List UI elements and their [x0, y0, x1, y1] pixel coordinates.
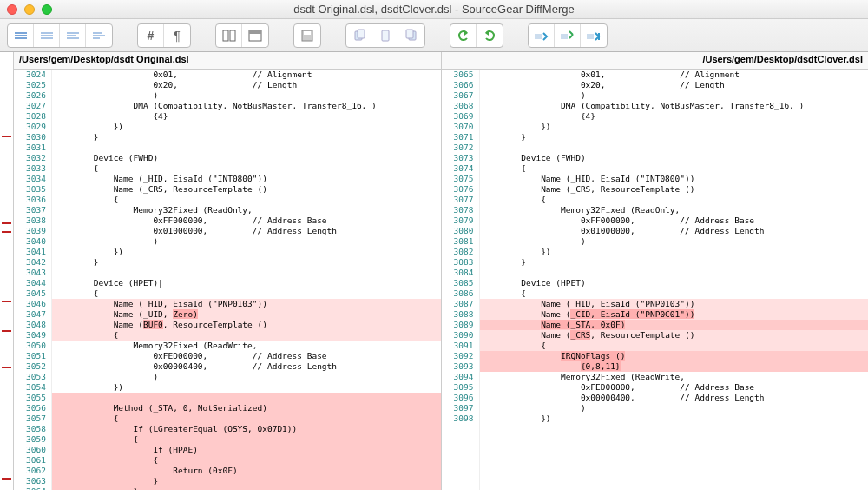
overview-mark[interactable]	[2, 222, 11, 224]
code-line[interactable]: IRQNoFlags ()	[480, 351, 869, 361]
code-line[interactable]: Name (_HID, EisaId ("INT0800"))	[52, 174, 441, 184]
code-line[interactable]: )	[52, 372, 441, 382]
code-line[interactable]: }	[480, 132, 869, 142]
save-button[interactable]	[294, 24, 320, 47]
code-line[interactable]: 0xFED00000, // Address Base	[52, 351, 441, 361]
code-line[interactable]: )	[52, 90, 441, 101]
code-line[interactable]: }	[52, 132, 441, 142]
code-line[interactable]: }	[52, 257, 441, 268]
code-line[interactable]: {	[52, 163, 441, 174]
code-line[interactable]: Name (_HID, EisaId ("INT0800"))	[480, 174, 869, 184]
code-line[interactable]: {	[480, 341, 869, 351]
code-line[interactable]	[52, 393, 441, 403]
code-line[interactable]: {	[480, 195, 869, 205]
code-line[interactable]: 0xFED00000, // Address Base	[480, 382, 869, 393]
code-line[interactable]: {	[52, 455, 441, 466]
code-line[interactable]: })	[480, 122, 869, 132]
code-line[interactable]: })	[480, 414, 869, 424]
code-line[interactable]: Memory32Fixed (ReadOnly,	[480, 205, 869, 215]
code-line[interactable]: Memory32Fixed (ReadWrite,	[480, 372, 869, 382]
code-line[interactable]: )	[480, 236, 869, 247]
code-line[interactable]: {4}	[52, 111, 441, 122]
code-line[interactable]: 0x01000000, // Address Length	[480, 226, 869, 236]
overview-mark[interactable]	[2, 330, 11, 332]
view-mode-1-button[interactable]	[8, 24, 34, 47]
code-line[interactable]: Name (_HID, EisaId ("PNP0103"))	[52, 299, 441, 309]
code-line[interactable]: 0x01000000, // Address Length	[52, 226, 441, 236]
code-line[interactable]: }	[52, 487, 441, 490]
code-line[interactable]: })	[52, 382, 441, 393]
code-line[interactable]: Device (HPET)|	[52, 278, 441, 288]
code-line[interactable]: }	[480, 257, 869, 268]
code-line[interactable]: }	[52, 476, 441, 487]
split-vertical-button[interactable]	[216, 24, 242, 47]
code-line[interactable]	[480, 142, 869, 153]
code-line[interactable]: DMA (Compatibility, NotBusMaster, Transf…	[480, 101, 869, 111]
code-line[interactable]: Device (FWHD)	[480, 153, 869, 163]
code-line[interactable]: Name (_CRS, ResourceTemplate ()	[480, 330, 869, 341]
code-line[interactable]	[52, 142, 441, 153]
overview-mark[interactable]	[2, 367, 11, 368]
view-mode-3-button[interactable]	[60, 24, 86, 47]
code-line[interactable]: {	[480, 288, 869, 299]
code-line[interactable]: Device (HPET)	[480, 278, 869, 288]
code-line[interactable]: 0xFF000000, // Address Base	[52, 215, 441, 226]
right-pane[interactable]: 3065306630673068306930703071307230733074…	[442, 70, 869, 490]
code-line[interactable]: Name (_UID, Zero)	[52, 309, 441, 320]
code-line[interactable]: })	[52, 247, 441, 257]
code-line[interactable]: 0x01, // Alignment	[480, 70, 869, 80]
pilcrow-button[interactable]: ¶	[164, 24, 190, 47]
code-line[interactable]: Name (_CRS, ResourceTemplate ()	[480, 184, 869, 195]
code-line[interactable]: Name (_CID, EisaId ("PNP0C01"))	[480, 309, 869, 320]
code-line[interactable]: {	[52, 288, 441, 299]
overview-mark[interactable]	[2, 231, 11, 233]
code-line[interactable]: })	[480, 247, 869, 257]
overview-mark[interactable]	[2, 136, 11, 137]
code-line[interactable]: If (LGreaterEqual (OSYS, 0x07D1))	[52, 424, 441, 434]
last-diff-button[interactable]	[581, 24, 607, 47]
prev-diff-button[interactable]	[529, 24, 555, 47]
copy-right-button[interactable]	[398, 24, 424, 47]
copy-left-button[interactable]	[346, 24, 372, 47]
code-line[interactable]: )	[480, 90, 869, 101]
code-line[interactable]: {	[52, 195, 441, 205]
code-line[interactable]: Name (_STA, 0x0F)	[480, 320, 869, 330]
code-line[interactable]: DMA (Compatibility, NotBusMaster, Transf…	[52, 101, 441, 111]
code-line[interactable]: 0xFF000000, // Address Base	[480, 215, 869, 226]
undo-button[interactable]	[450, 24, 477, 47]
overview-strip[interactable]	[0, 52, 14, 490]
right-code[interactable]: 0x01, // Alignment 0x20, // Length ) DMA…	[480, 70, 869, 490]
code-line[interactable]: {0,8,11}	[480, 361, 869, 372]
view-mode-2-button[interactable]	[34, 24, 60, 47]
overview-mark[interactable]	[2, 301, 11, 302]
left-code[interactable]: 0x01, // Alignment 0x20, // Length ) DMA…	[52, 70, 441, 490]
next-diff-button[interactable]	[555, 24, 581, 47]
copy-center-button[interactable]	[372, 24, 398, 47]
code-line[interactable]: Name (_CRS, ResourceTemplate ()	[52, 184, 441, 195]
code-line[interactable]: {	[52, 330, 441, 341]
split-single-button[interactable]	[242, 24, 268, 47]
code-line[interactable]: })	[52, 122, 441, 132]
view-mode-4-button[interactable]	[86, 24, 112, 47]
overview-mark[interactable]	[2, 478, 11, 480]
code-line[interactable]	[52, 268, 441, 278]
code-line[interactable]: Memory32Fixed (ReadOnly,	[52, 205, 441, 215]
code-line[interactable]: {4}	[480, 111, 869, 122]
code-line[interactable]: 0x00000400, // Address Length	[480, 393, 869, 403]
code-line[interactable]: Memory32Fixed (ReadWrite,	[52, 341, 441, 351]
code-line[interactable]: 0x20, // Length	[52, 80, 441, 90]
code-line[interactable]: {	[52, 434, 441, 445]
code-line[interactable]: {	[480, 163, 869, 174]
code-line[interactable]: Name (BUF0, ResourceTemplate ()	[52, 320, 441, 330]
code-line[interactable]: {	[52, 414, 441, 424]
code-line[interactable]: Device (FWHD)	[52, 153, 441, 163]
code-line[interactable]	[480, 268, 869, 278]
code-line[interactable]: )	[52, 236, 441, 247]
code-line[interactable]: If (HPAE)	[52, 445, 441, 455]
code-line[interactable]: Name (_HID, EisaId ("PNP0103"))	[480, 299, 869, 309]
code-line[interactable]: 0x20, // Length	[480, 80, 869, 90]
code-line[interactable]: 0x01, // Alignment	[52, 70, 441, 80]
code-line[interactable]: 0x00000400, // Address Length	[52, 361, 441, 372]
redo-button[interactable]	[477, 24, 503, 47]
code-line[interactable]: Return (0x0F)	[52, 466, 441, 476]
